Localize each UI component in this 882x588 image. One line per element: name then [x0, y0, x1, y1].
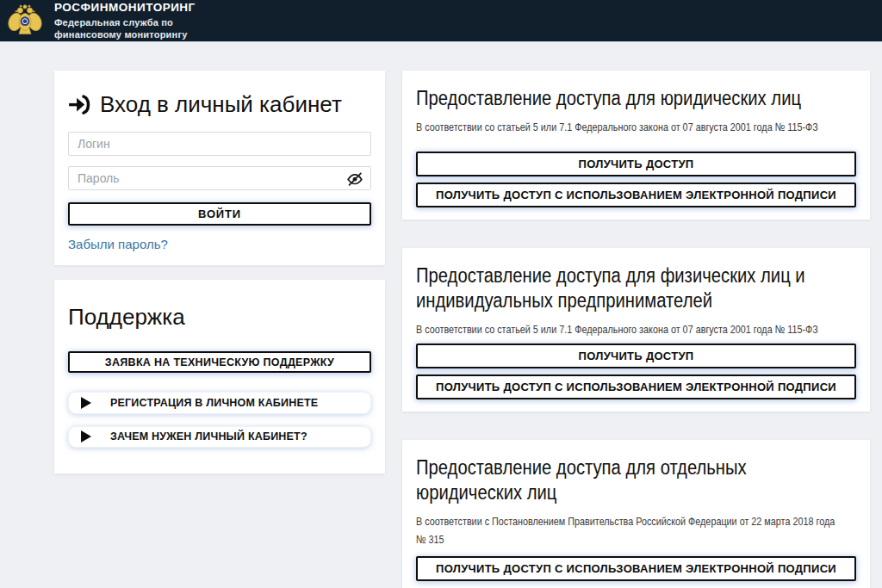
access-card-title: Предоставление доступа для юридических л…: [416, 86, 854, 111]
access-card-buttons: ПОЛУЧИТЬ ДОСТУП С ИСПОЛЬЗОВАНИЕМ ЭЛЕКТРО…: [416, 556, 856, 581]
registration-video-button[interactable]: РЕГИСТРАЦИЯ В ЛИЧНОМ КАБИНЕТЕ: [68, 392, 371, 413]
play-icon: [81, 397, 91, 409]
password-input[interactable]: [68, 166, 371, 190]
sign-in-button[interactable]: ВОЙТИ: [68, 202, 371, 226]
access-card-specific-legal-entities: Предоставление доступа для отдельных юри…: [402, 440, 870, 588]
page-content: Вход в личный кабинет ВОЙТИ Забыли парол…: [0, 41, 882, 588]
left-column: Вход в личный кабинет ВОЙТИ Забыли парол…: [54, 71, 385, 473]
video-button-label: РЕГИСТРАЦИЯ В ЛИЧНОМ КАБИНЕТЕ: [110, 397, 318, 409]
brand-home-link[interactable]: РОСФИНМОНИТОРИНГ Федеральная служба по ф…: [7, 1, 196, 40]
login-card-header: Вход в личный кабинет: [68, 91, 371, 118]
access-card-legal-entities: Предоставление доступа для юридических л…: [402, 71, 870, 220]
password-field-wrap: [68, 166, 371, 190]
get-access-esignature-button[interactable]: ПОЛУЧИТЬ ДОСТУП С ИСПОЛЬЗОВАНИЕМ ЭЛЕКТРО…: [416, 556, 856, 581]
sign-in-icon: [68, 93, 91, 116]
get-access-button[interactable]: ПОЛУЧИТЬ ДОСТУП: [416, 152, 856, 176]
access-card-buttons: ПОЛУЧИТЬ ДОСТУП ПОЛУЧИТЬ ДОСТУП С ИСПОЛЬ…: [416, 344, 856, 399]
support-title: Поддержка: [68, 304, 371, 331]
access-card-title: Предоставление доступа для физических ли…: [416, 263, 854, 313]
org-dept-line1: Федеральная служба по: [54, 17, 196, 29]
video-button-label: ЗАЧЕМ НУЖЕН ЛИЧНЫЙ КАБИНЕТ?: [110, 430, 307, 443]
access-card-buttons: ПОЛУЧИТЬ ДОСТУП ПОЛУЧИТЬ ДОСТУП С ИСПОЛЬ…: [416, 152, 856, 207]
access-card-individuals: Предоставление доступа для физических ли…: [402, 248, 870, 412]
login-input[interactable]: [68, 132, 371, 156]
forgot-password-link[interactable]: Забыли пароль?: [68, 237, 168, 251]
coat-of-arms-icon: [7, 2, 43, 40]
get-access-button[interactable]: ПОЛУЧИТЬ ДОСТУП: [416, 344, 856, 368]
get-access-esignature-button[interactable]: ПОЛУЧИТЬ ДОСТУП С ИСПОЛЬЗОВАНИЕМ ЭЛЕКТРО…: [416, 183, 856, 207]
org-name: РОСФИНМОНИТОРИНГ: [54, 1, 196, 14]
app-header: РОСФИНМОНИТОРИНГ Федеральная служба по ф…: [0, 0, 882, 41]
org-dept-line2: финансовому мониторингу: [54, 29, 196, 41]
why-cabinet-video-button[interactable]: ЗАЧЕМ НУЖЕН ЛИЧНЫЙ КАБИНЕТ?: [68, 426, 371, 448]
play-icon: [81, 430, 91, 443]
login-card: Вход в личный кабинет ВОЙТИ Забыли парол…: [54, 71, 385, 265]
eye-slash-icon[interactable]: [345, 170, 364, 189]
access-card-title: Предоставление доступа для отдельных юри…: [416, 455, 854, 505]
login-field-wrap: [68, 132, 371, 156]
right-column: Предоставление доступа для юридических л…: [402, 71, 870, 588]
login-title: Вход в личный кабинет: [100, 91, 342, 118]
get-access-esignature-button[interactable]: ПОЛУЧИТЬ ДОСТУП С ИСПОЛЬЗОВАНИЕМ ЭЛЕКТРО…: [416, 374, 856, 399]
access-card-subtitle: В соответствии со статьей 5 или 7.1 Феде…: [416, 321, 846, 338]
access-card-subtitle: В соответствии с Постановлением Правител…: [416, 513, 846, 548]
access-card-subtitle: В соответствии со статьей 5 или 7.1 Феде…: [416, 119, 846, 136]
tech-support-request-button[interactable]: ЗАЯВКА НА ТЕХНИЧЕСКУЮ ПОДДЕРЖКУ: [68, 351, 371, 373]
support-card: Поддержка ЗАЯВКА НА ТЕХНИЧЕСКУЮ ПОДДЕРЖК…: [54, 280, 385, 473]
